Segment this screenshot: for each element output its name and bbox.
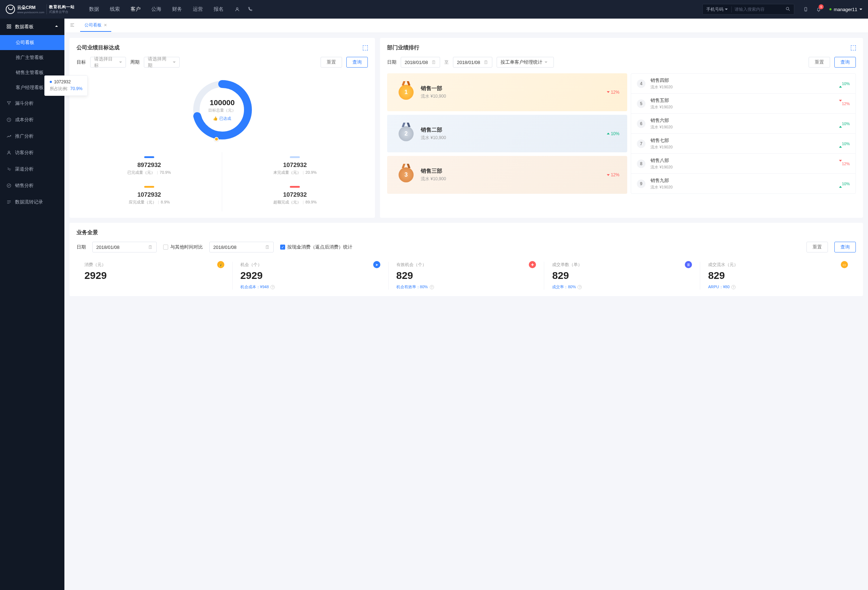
topnav-item[interactable]: 客户	[131, 6, 140, 13]
help-icon[interactable]: ?	[270, 285, 275, 289]
rank-row[interactable]: 4销售四部流水 ¥1902010%	[631, 74, 855, 94]
overview-date1-input[interactable]: 2018/01/08 🗓	[92, 242, 157, 252]
podium-slot[interactable]: 3销售三部流水 ¥10,90012%	[387, 156, 627, 194]
dept-name: 销售三部	[421, 168, 446, 175]
sidebar-label: 推广分析	[15, 133, 34, 140]
trend-indicator: 10%	[839, 81, 850, 86]
select-stat-by[interactable]: 按工单客户经理统计	[497, 57, 554, 68]
query-button[interactable]: 查询	[834, 242, 856, 252]
sidebar-sub-item[interactable]: 推广主管看板	[0, 50, 64, 65]
date-from-input[interactable]: 2018/01/08 🗓	[401, 57, 440, 68]
phone-icon[interactable]	[244, 3, 257, 16]
kpi-icon: ➤	[373, 261, 380, 268]
stat-label: 未完成量（元）|20.9%	[273, 170, 317, 175]
kpi-icon: ▭	[841, 261, 848, 268]
trend-indicator: 12%	[607, 172, 619, 177]
dashboard-icon	[6, 24, 12, 30]
select-goal[interactable]: 请选择目标	[90, 57, 126, 68]
chevron-down-icon	[725, 9, 728, 10]
card-target: 公司业绩目标达成 目标 请选择目标 周期 请选择周期 重置	[69, 38, 375, 218]
rank-row[interactable]: 8销售八部流水 ¥1902012%	[631, 154, 855, 174]
user-menu[interactable]: manager11	[830, 7, 862, 12]
card-rank: 部门业绩排行 日期 2018/01/08 🗓 至 2018/01/08 🗓	[380, 38, 863, 218]
sidebar-icon	[6, 134, 12, 139]
search-input[interactable]	[732, 7, 782, 12]
reset-button[interactable]: 重置	[806, 242, 828, 252]
sidebar-item[interactable]: 渠道分析	[0, 161, 64, 177]
compare-checkbox[interactable]: 与其他时间对比	[163, 244, 203, 250]
sidebar-item[interactable]: 成本分析	[0, 112, 64, 128]
podium-slot[interactable]: 2销售二部流水 ¥10,90010%	[387, 115, 627, 153]
cash-checkbox[interactable]: 按现金消费（返点后消费）统计	[280, 244, 353, 250]
user-icon[interactable]	[231, 3, 244, 16]
stat-label: 超额完成（元）|89.9%	[273, 200, 317, 205]
label-period: 周期	[130, 59, 140, 65]
rank-row[interactable]: 7销售七部流水 ¥1902010%	[631, 134, 855, 154]
sidebar-item[interactable]: 数据流转记录	[0, 194, 64, 210]
medal-icon: 1	[397, 83, 415, 101]
topnav-item[interactable]: 报名	[214, 6, 224, 13]
search-type-select[interactable]: 手机号码	[703, 6, 732, 13]
sidebar-label: 成本分析	[15, 116, 34, 123]
reset-button[interactable]: 重置	[320, 57, 342, 68]
overview-date2-input[interactable]: 2018/01/08 🗓	[209, 242, 274, 252]
checkbox-label: 与其他时间对比	[170, 244, 203, 250]
logo-icon	[6, 4, 15, 14]
query-button[interactable]: 查询	[346, 57, 368, 68]
collapse-icon[interactable]	[68, 21, 77, 30]
expand-icon[interactable]	[851, 46, 856, 50]
help-icon[interactable]: ?	[731, 285, 736, 289]
calendar-icon: 🗓	[148, 244, 153, 250]
rank-row[interactable]: 6销售六部流水 ¥1902010%	[631, 114, 855, 134]
dept-amount: 流水 ¥19020	[651, 124, 673, 130]
expand-icon[interactable]	[363, 46, 368, 50]
reached-label: 已达成	[219, 116, 231, 121]
calendar-icon: 🗓	[431, 60, 436, 65]
topnav-item[interactable]: 公海	[151, 6, 161, 13]
rank-row[interactable]: 9销售九部流水 ¥1902010%	[631, 174, 855, 193]
kpi-sub: 机会有效率：80%?	[396, 284, 544, 290]
query-button[interactable]: 查询	[834, 57, 856, 68]
date-to-input[interactable]: 2018/01/08 🗓	[453, 57, 492, 68]
stat-cell: 1072932应完成量（元）|8.9%	[77, 182, 222, 211]
username: manager11	[834, 7, 857, 12]
topnav-item[interactable]: 运营	[193, 6, 203, 13]
sidebar-item[interactable]: 销售分析	[0, 177, 64, 194]
sidebar-sub-item[interactable]: 公司看板	[0, 35, 64, 50]
sidebar-icon	[6, 183, 12, 188]
chart-tooltip: 1072932 所占比例:70.9%	[44, 75, 88, 96]
kpi-title: 成交单数（单）	[552, 262, 700, 268]
mobile-icon[interactable]	[799, 3, 812, 16]
sidebar-item[interactable]: 漏斗分析	[0, 95, 64, 112]
rank-row[interactable]: 5销售五部流水 ¥1902012%	[631, 94, 855, 114]
stat-value: 1072932	[283, 162, 307, 169]
dept-name: 销售九部	[651, 177, 673, 184]
topnav-item[interactable]: 财务	[172, 6, 182, 13]
sidebar-item[interactable]: 访客分析	[0, 144, 64, 161]
logo[interactable]: 云朵CRM www.yunduocrm.com 教育机构一站 式服务云平台	[6, 4, 75, 14]
tabs-bar: 公司看板 ✕	[64, 19, 868, 33]
topnav-item[interactable]: 数据	[89, 6, 99, 13]
podium-slot[interactable]: 1销售一部流水 ¥10,90012%	[387, 73, 627, 111]
stat-value: 1072932	[283, 191, 307, 199]
sidebar: 数据看板 公司看板推广主管看板销售主管看板客户经理看板 漏斗分析成本分析推广分析…	[0, 19, 64, 590]
dept-amount: 流水 ¥10,900	[421, 93, 446, 99]
help-icon[interactable]: ?	[430, 285, 434, 289]
main: 公司看板 ✕ 公司业绩目标达成 目标 请选择目标 周期	[64, 0, 868, 590]
sidebar-item[interactable]: 推广分析	[0, 128, 64, 144]
close-icon[interactable]: ✕	[104, 23, 107, 28]
dept-amount: 流水 ¥10,900	[421, 135, 446, 141]
kpi-value: 2929	[84, 270, 232, 281]
kpi-sub: 机会成本：¥948?	[241, 284, 388, 290]
trend-indicator: 10%	[839, 122, 850, 126]
topnav-item[interactable]: 线索	[110, 6, 120, 13]
dept-amount: 流水 ¥19020	[651, 84, 673, 90]
tab-company-dashboard[interactable]: 公司看板 ✕	[80, 19, 111, 32]
select-period[interactable]: 请选择周期	[144, 57, 180, 68]
notifications-icon[interactable]: 5	[812, 3, 825, 16]
reset-button[interactable]: 重置	[809, 57, 830, 68]
help-icon[interactable]: ?	[577, 285, 582, 289]
kpi-sub: 成交率：80%?	[552, 284, 700, 290]
search-icon[interactable]	[782, 6, 794, 13]
sidebar-group-dashboard[interactable]: 数据看板	[0, 19, 64, 35]
